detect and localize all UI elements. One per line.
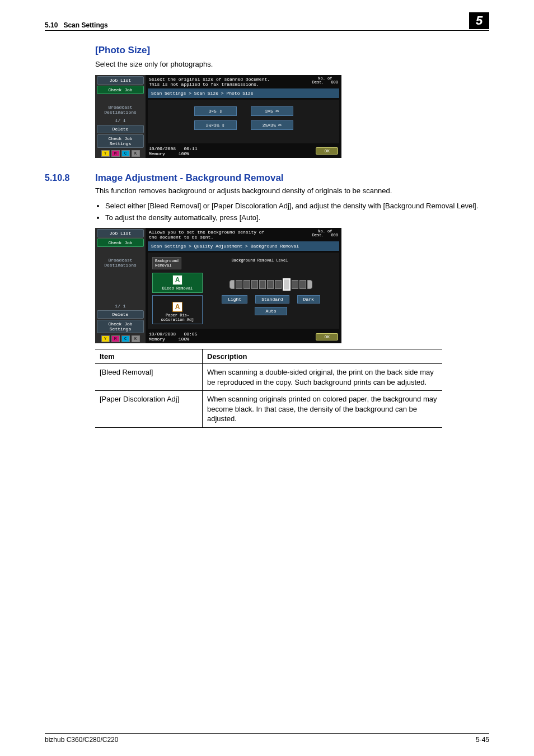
page-indicator: 1/ 1: [97, 118, 144, 124]
check-job-settings-button[interactable]: Check Job Settings: [97, 134, 144, 148]
running-header: 5.10 Scan Settings: [45, 21, 108, 29]
description-table: Item Description [Bleed Removal] When sc…: [95, 349, 442, 428]
size-2x3-landscape[interactable]: 2¼×3¼ ▭: [251, 120, 293, 130]
delete-button[interactable]: Delete: [97, 310, 144, 319]
check-job-button[interactable]: Check Job: [97, 86, 144, 94]
job-list-button[interactable]: Job List: [97, 76, 144, 85]
toner-indicator: YMCK: [97, 335, 144, 342]
table-row: [Paper Discoloration Adj] When scanning …: [95, 391, 442, 428]
delete-button[interactable]: Delete: [97, 125, 144, 133]
level-title: Background Removal Level: [185, 257, 335, 269]
bleed-removal-button[interactable]: ABleed Removal: [152, 273, 203, 293]
th-item: Item: [95, 349, 203, 364]
ok-button[interactable]: OK: [316, 147, 338, 155]
photo-size-heading: [Photo Size]: [95, 45, 489, 56]
subsection-title: Image Adjustment - Background Removal: [95, 172, 284, 184]
bg-removal-tab[interactable]: Background Removal: [152, 257, 181, 269]
th-description: Description: [203, 349, 443, 364]
broadcast-label: Broadcast Destinations: [97, 104, 144, 115]
footer-model: bizhub C360/C280/C220: [45, 736, 118, 744]
screenshot-background-removal: Job List Check Job Broadcast Destination…: [95, 228, 341, 343]
ok-button[interactable]: OK: [316, 333, 338, 340]
check-job-settings-button[interactable]: Check Job Settings: [97, 320, 144, 333]
bg-bullets: Select either [Bleed Removal] or [Paper …: [95, 201, 489, 222]
breadcrumb: Scan Settings > Quality Adjustment > Bac…: [148, 241, 339, 251]
paper-discoloration-button[interactable]: APaper Dis- coloration Adj: [152, 295, 203, 324]
dest-counter: No. of Dest. 000: [312, 77, 338, 87]
table-row: [Bleed Removal] When scanning a double-s…: [95, 364, 442, 391]
status-bar: 10/09/2008 00:11 Memory 100%: [149, 146, 197, 156]
footer-page: 5-45: [476, 736, 489, 744]
panel-message: Select the original size of scanned docu…: [149, 77, 270, 87]
toner-indicator: YMCK: [97, 150, 144, 157]
size-3x5-landscape[interactable]: 3×5 ▭: [251, 106, 293, 116]
chapter-badge: 5: [469, 12, 489, 29]
size-2x3-portrait[interactable]: 2¼×3¼ ▯: [194, 120, 237, 130]
subsection-number: 5.10.8: [45, 173, 85, 183]
standard-button[interactable]: Standard: [255, 295, 289, 304]
panel-message: Allows you to set the background density…: [149, 230, 264, 240]
auto-button[interactable]: Auto: [255, 307, 287, 315]
broadcast-label: Broadcast Destinations: [97, 257, 144, 268]
check-job-button[interactable]: Check Job: [97, 239, 144, 247]
job-list-button[interactable]: Job List: [97, 229, 144, 237]
photo-size-intro: Select the size only for photographs.: [95, 59, 489, 69]
light-button[interactable]: Light: [222, 295, 247, 304]
size-3x5-portrait[interactable]: 3×5 ▯: [194, 106, 237, 116]
dest-counter: No. of Dest. 000: [312, 230, 338, 240]
density-bars[interactable]: [207, 278, 335, 291]
status-bar: 10/09/2008 00:05 Memory 100%: [149, 332, 197, 342]
page-indicator: 1/ 1: [97, 303, 144, 309]
screenshot-photo-size: Job List Check Job Broadcast Destination…: [95, 75, 341, 158]
dark-button[interactable]: Dark: [297, 295, 320, 304]
bg-intro: This function removes background or adju…: [95, 186, 489, 196]
breadcrumb: Scan Settings > Scan Size > Photo Size: [148, 88, 339, 98]
